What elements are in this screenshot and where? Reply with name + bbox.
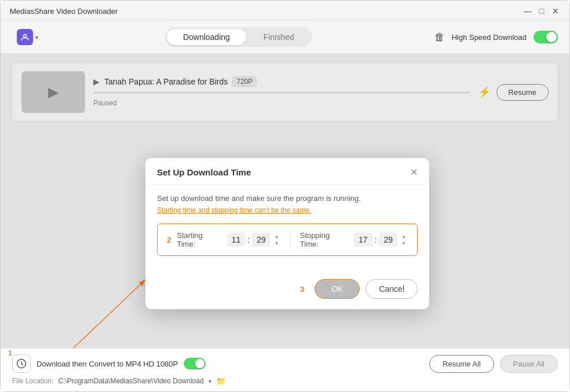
clock-icon [16,358,27,369]
step1-badge: 1 [8,349,12,357]
starting-time-group: 2 Starting Time: 11 : 29 ▲ ▼ [167,231,281,248]
modal-title: Set Up Download Time [157,167,251,177]
stopping-time-label: Stopping Time: [300,231,349,248]
schedule-button[interactable]: 1 [12,354,31,373]
profile-menu-button[interactable]: ▾ [12,27,43,47]
maximize-button[interactable]: □ [537,6,546,16]
app-title: MediasShare Video Downloader [10,7,118,16]
close-button[interactable]: ✕ [551,6,560,16]
minimize-button[interactable]: — [523,6,532,16]
stopping-time-down[interactable]: ▼ [400,240,408,246]
stopping-time-spinner: ▲ ▼ [400,233,408,246]
app-window: MediasShare Video Downloader — □ ✕ ▾ Dow… [0,0,570,392]
time-colon-2: : [375,235,377,244]
folder-icon[interactable]: 📁 [216,376,226,386]
profile-dropdown-arrow: ▾ [35,34,38,41]
tab-switcher: Downloading Finished [165,27,312,47]
high-speed-toggle[interactable] [534,31,558,43]
finished-tab[interactable]: Finished [247,29,310,45]
title-bar: MediasShare Video Downloader — □ ✕ [1,1,569,21]
step3-badge: 3 [300,285,304,294]
file-path-dropdown-arrow[interactable]: ▾ [209,378,211,384]
modal-body: Set up download time and make sure the p… [145,185,429,279]
starting-time-spinner: ▲ ▼ [273,233,281,246]
stopping-minute[interactable]: 29 [379,233,397,247]
resume-all-button[interactable]: Resume All [429,355,494,373]
bottom-bar: 1 Download then Convert to MP4 HD 1080P … [1,348,569,391]
convert-toggle[interactable] [184,358,206,369]
stopping-time-up[interactable]: ▲ [400,233,408,239]
main-content: ▶ ▶ Tanah Papua: A Paradise for Birds 72… [1,54,569,348]
setup-download-time-dialog: Set Up Download Time ✕ Set up download t… [145,158,429,309]
file-path[interactable]: C:\ProgramData\MediasShare\Video Downloa… [58,377,203,385]
stopping-time-group: Stopping Time: 17 : 29 ▲ ▼ [300,231,408,248]
starting-hour[interactable]: 11 [227,233,246,247]
convert-toggle-knob [195,359,204,368]
cancel-button[interactable]: Cancel [366,279,418,299]
svg-point-0 [24,35,27,38]
profile-icon [17,29,33,45]
modal-header: Set Up Download Time ✕ [145,158,429,185]
file-location-row: File Location: C:\ProgramData\MediasShar… [12,376,558,386]
modal-description: Set up download time and make sure the p… [157,194,418,203]
convert-label: Download then Convert to MP4 HD 1080P [36,360,178,368]
pause-all-button[interactable]: Pause All [500,355,558,373]
ok-button[interactable]: OK [315,279,360,299]
trash-icon[interactable]: 🗑 [434,31,445,43]
starting-time-up[interactable]: ▲ [273,233,281,239]
toolbar: ▾ Downloading Finished 🗑 High Speed Down… [1,21,569,54]
time-row: 2 Starting Time: 11 : 29 ▲ ▼ [157,224,418,256]
high-speed-label: High Speed Download [452,33,527,42]
file-location-label: File Location: [12,377,53,385]
window-controls: — □ ✕ [523,6,560,16]
stopping-hour[interactable]: 17 [354,233,372,247]
modal-warning: Starting time and stopping time can't be… [157,206,418,214]
starting-time-input: 11 : 29 ▲ ▼ [227,233,281,247]
modal-close-button[interactable]: ✕ [410,168,418,177]
time-colon-1: : [247,235,250,244]
downloading-tab[interactable]: Downloading [167,29,246,45]
toggle-knob [546,32,557,42]
modal-footer: 3 OK Cancel [145,279,429,309]
step2-badge: 2 [167,236,171,244]
stopping-time-input: 17 : 29 ▲ ▼ [354,233,408,247]
starting-time-down[interactable]: ▼ [273,240,281,246]
starting-time-label: Starting Time: [177,231,222,248]
starting-minute[interactable]: 29 [252,233,271,247]
time-divider [290,232,291,248]
